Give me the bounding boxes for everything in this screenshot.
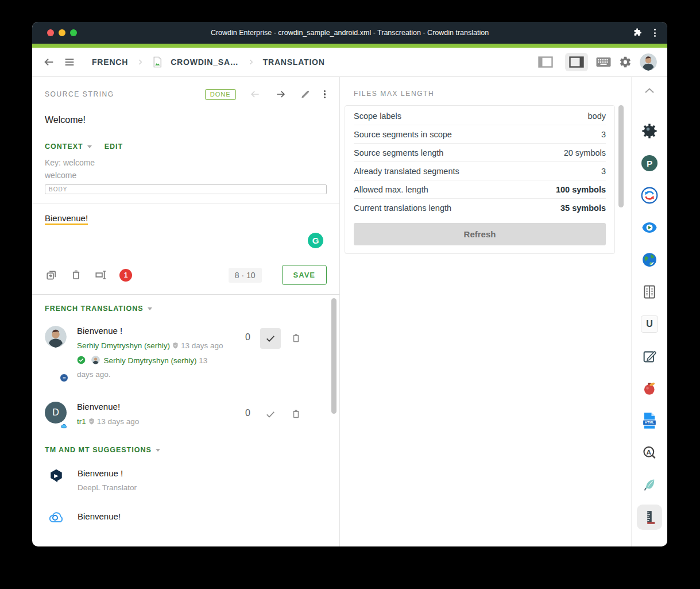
user-avatar[interactable] [640, 53, 657, 71]
status-badge-done: DONE [205, 89, 236, 100]
label-chip-body[interactable]: BODY [45, 184, 327, 194]
maximize-window-button[interactable] [70, 29, 77, 36]
table-row: Current translations length 35 symbols [354, 199, 606, 217]
eye-preview-icon[interactable] [640, 218, 659, 237]
row-value: 35 symbols [560, 203, 606, 213]
html-glyph: HTML [645, 421, 655, 424]
breadcrumb-mode[interactable]: TRANSLATION [263, 57, 325, 67]
more-options-kebab-icon[interactable] [323, 89, 327, 100]
suggestion-source: DeepL Translator [78, 483, 137, 492]
suggestion-row[interactable]: Bienvenue! [45, 511, 327, 526]
context-dropdown[interactable]: CONTEXT [45, 143, 92, 151]
edit-pencil-icon[interactable] [300, 89, 311, 100]
translation-entry: Bienvenue ! Serhiy Dmytryshyn (serhiy)13… [45, 326, 327, 381]
translation-entry: D Bienvenue! tr113 days ago 0 [45, 402, 327, 429]
chevron-right-icon [247, 58, 255, 66]
layout-left-panel-icon[interactable] [534, 53, 557, 71]
keyboard-shortcuts-icon[interactable] [596, 57, 611, 67]
translation-text[interactable]: Bienvenue ! [77, 326, 224, 336]
row-label: Already translated segments [354, 167, 459, 176]
minimize-window-button[interactable] [59, 29, 65, 36]
tm-mt-section-toggle[interactable]: TM AND MT SUGGESTIONS [45, 446, 327, 454]
next-string-arrow-icon[interactable] [274, 88, 288, 100]
max-length-card: Scope labels body Source segments in sco… [345, 105, 615, 254]
file-document-icon [152, 56, 163, 68]
issues-count-badge[interactable]: 1 [119, 269, 132, 282]
back-arrow-icon[interactable] [42, 56, 55, 68]
extensions-puzzle-icon[interactable] [632, 28, 643, 38]
layout-right-panel-icon[interactable] [565, 53, 588, 71]
copy-source-icon[interactable] [45, 268, 58, 282]
panel-scrollbar[interactable] [618, 105, 624, 207]
delete-translation-icon[interactable] [291, 333, 301, 346]
sync-arrows-icon[interactable] [640, 186, 659, 205]
editor-panel: SOURCE STRING DONE Welcome! [32, 77, 340, 546]
grammarly-icon[interactable]: G [308, 233, 323, 248]
cloud-translator-icon [49, 511, 64, 526]
u-glyph: U [641, 315, 658, 333]
row-label: Allowed max. length [354, 185, 428, 194]
compose-edit-icon[interactable] [640, 347, 659, 366]
translation-input[interactable]: Bienvenue! G [32, 204, 339, 261]
mine-gear-icon[interactable] [640, 121, 659, 141]
translator-name-link[interactable]: Serhiy Dmytryshyn (serhiy) [77, 341, 170, 350]
collapse-chevron-up-icon[interactable] [640, 84, 659, 97]
approver-avatar [91, 356, 100, 364]
row-label: Source segments in scope [354, 130, 452, 139]
globe-translate-icon[interactable] [640, 250, 659, 270]
previous-string-arrow-icon[interactable] [248, 88, 262, 100]
edit-context-button[interactable]: EDIT [105, 143, 123, 151]
u-plugin-icon[interactable]: U [640, 314, 659, 334]
approve-translation-button[interactable] [260, 328, 281, 349]
translation-time: 13 days ago [97, 417, 140, 426]
settings-gear-icon[interactable] [619, 56, 632, 68]
glossary-book-icon[interactable] [640, 282, 659, 302]
search-a-glyph: A [647, 448, 652, 456]
chevron-down-icon [148, 307, 152, 310]
shield-icon [172, 341, 179, 353]
approver-name-link[interactable]: Serhiy Dmytryshyn (serhiy) [104, 356, 197, 365]
suggestion-text[interactable]: Bienvenue ! [78, 468, 137, 478]
length-ruler-icon[interactable] [637, 505, 662, 530]
translator-name-link[interactable]: tr1 [77, 417, 86, 426]
translator-avatar [45, 326, 67, 348]
french-translations-section-toggle[interactable]: FRENCH TRANSLATIONS [45, 305, 327, 313]
table-row: Scope labels body [354, 107, 606, 125]
approve-translation-button[interactable] [260, 404, 281, 425]
suggestion-row[interactable]: Bienvenue ! DeepL Translator [45, 468, 327, 492]
list-scrollbar[interactable] [331, 298, 337, 414]
delete-translation-icon[interactable] [291, 409, 301, 422]
row-value: 3 [601, 167, 606, 176]
string-context: Key: welcome welcome [32, 151, 339, 182]
main-menu-hamburger-icon[interactable] [63, 56, 76, 68]
translation-text[interactable]: Bienvenue! [77, 402, 224, 411]
section-title: TM AND MT SUGGESTIONS [45, 446, 152, 454]
panel-title: FILES MAX LENGTH [354, 90, 615, 98]
translation-draft-text[interactable]: Bienvenue! [45, 213, 88, 225]
translator-avatar-letter: D [45, 402, 67, 424]
row-value: 3 [601, 130, 606, 139]
close-window-button[interactable] [47, 29, 54, 36]
crowdin-badge-icon [60, 374, 68, 382]
save-button[interactable]: SAVE [282, 265, 327, 285]
browser-menu-kebab-icon[interactable] [653, 28, 657, 38]
app-toolbar: FRENCH CROWDIN_SA… TRANSLATION [32, 48, 667, 77]
search-letter-icon[interactable]: A [640, 443, 659, 463]
refresh-button[interactable]: Refresh [354, 223, 606, 245]
source-string-header: SOURCE STRING [45, 90, 114, 98]
delete-translation-trash-icon[interactable] [70, 269, 82, 281]
row-value: 100 symbols [556, 185, 606, 194]
table-row: Allowed max. length 100 symbols [354, 180, 606, 199]
pomegranate-icon[interactable] [640, 379, 659, 398]
breadcrumb-language[interactable]: FRENCH [92, 57, 128, 67]
feather-quill-icon[interactable] [640, 475, 659, 495]
breadcrumb-file[interactable]: CROWDIN_SA… [171, 57, 238, 67]
html-file-icon[interactable]: HTML [640, 411, 659, 430]
row-value: body [588, 111, 606, 121]
vote-count: 0 [245, 332, 250, 342]
p-circle-icon[interactable]: P [640, 153, 659, 173]
translations-list: FRENCH TRANSLATIONS Bienvenue ! [32, 295, 339, 546]
vote-count: 0 [245, 408, 250, 418]
suggestion-text[interactable]: Bienvenue! [78, 511, 121, 521]
select-text-icon[interactable] [94, 268, 107, 282]
